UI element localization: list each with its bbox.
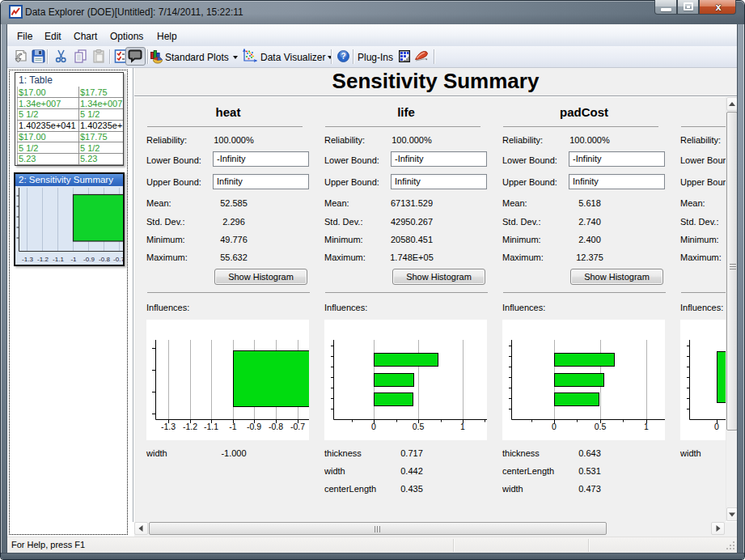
svg-text:-1.1: -1.1 (53, 256, 64, 263)
svg-text:-1.3: -1.3 (22, 256, 33, 263)
svg-text:-1: -1 (70, 256, 77, 263)
svg-text:0.5: 0.5 (413, 422, 425, 431)
svg-text:-1.3: -1.3 (161, 422, 176, 431)
svg-text:-1.1: -1.1 (204, 422, 218, 431)
svg-text:-0.7: -0.7 (113, 256, 123, 263)
svg-text:-0.8: -0.8 (99, 256, 110, 263)
svg-text:0: 0 (714, 422, 719, 431)
svg-text:0.5: 0.5 (595, 422, 607, 431)
svg-text:-0.9: -0.9 (83, 256, 95, 263)
svg-text:1: 1 (644, 422, 649, 431)
svg-text:?: ? (341, 52, 345, 61)
svg-text:0: 0 (371, 422, 376, 431)
svg-text:-1.2: -1.2 (37, 256, 49, 263)
svg-text:0: 0 (552, 422, 557, 431)
svg-text:1: 1 (460, 422, 465, 431)
svg-text:-1: -1 (229, 422, 236, 431)
svg-text:-0.7: -0.7 (290, 422, 305, 431)
svg-text:-0.8: -0.8 (269, 422, 283, 431)
svg-text:-0.9: -0.9 (247, 422, 261, 431)
svg-text:-1.2: -1.2 (183, 422, 197, 431)
